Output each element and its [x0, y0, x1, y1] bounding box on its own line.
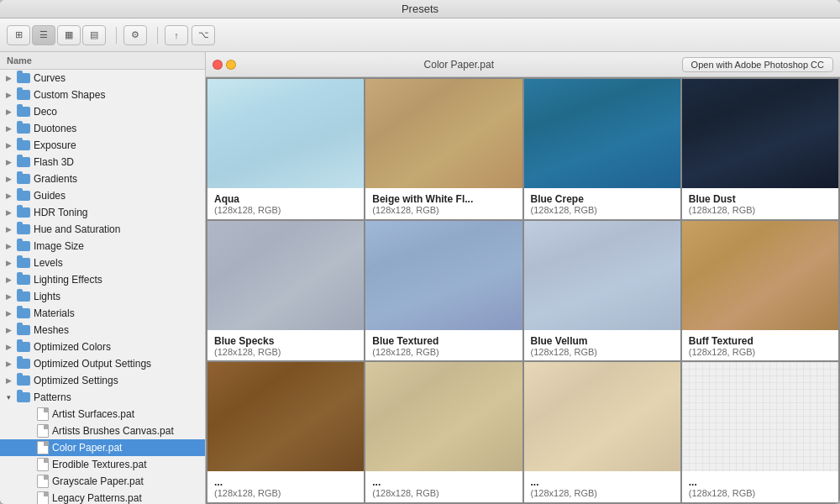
pattern-thumb — [682, 362, 838, 471]
folder-icon — [17, 325, 30, 335]
toolbar: ⊞ ☰ ▦ ▤ ⚙ ↑ ⌥ — [0, 18, 840, 52]
folder-icon — [17, 342, 30, 352]
sidebar-item-custom-shapes[interactable]: ▶Custom Shapes — [0, 87, 205, 103]
pattern-thumb — [207, 221, 364, 330]
sidebar-item-color-paper[interactable]: Color Paper.pat — [0, 439, 205, 456]
arrow-icon: ▶ — [3, 140, 13, 150]
cover-flow-btn[interactable]: ▤ — [82, 25, 106, 45]
pattern-name: Aqua — [214, 193, 357, 205]
pattern-name: ... — [531, 476, 674, 488]
sidebar-item-hue-saturation[interactable]: ▶Hue and Saturation — [0, 221, 205, 238]
tag-btn[interactable]: ⌥ — [192, 25, 215, 45]
sidebar-item-label: Flash 3D — [34, 156, 74, 168]
sidebar-item-label: Patterns — [34, 391, 71, 403]
sidebar-item-lights[interactable]: ▶Lights — [0, 288, 205, 305]
pattern-thumb — [524, 79, 680, 188]
sidebar-item-label: Hue and Saturation — [34, 223, 120, 235]
folder-icon — [17, 392, 30, 402]
pattern-item-row3-3[interactable]: ...(128x128, RGB) — [524, 362, 680, 502]
sidebar-item-gradients[interactable]: ▶Gradients — [0, 171, 205, 187]
sidebar-item-meshes[interactable]: ▶Meshes — [0, 322, 205, 339]
arrange-btn[interactable]: ⚙ — [123, 25, 147, 45]
arrow-icon — [24, 476, 34, 486]
pattern-item-blue-textured[interactable]: Blue Textured(128x128, RGB) — [365, 221, 522, 361]
pattern-item-blue-vellum[interactable]: Blue Vellum(128x128, RGB) — [524, 221, 680, 361]
folder-icon — [17, 174, 30, 184]
arrow-icon: ▶ — [3, 123, 13, 134]
sidebar-item-levels[interactable]: ▶Levels — [0, 255, 205, 271]
arrow-icon: ▶ — [3, 308, 13, 318]
sidebar-item-label: Optimized Output Settings — [34, 358, 151, 370]
sidebar-item-image-size[interactable]: ▶Image Size — [0, 238, 205, 255]
sidebar-item-artist-surfaces[interactable]: Artist Surfaces.pat — [0, 406, 205, 423]
sidebar-item-label: Exposure — [34, 139, 76, 151]
sidebar-item-lighting-effects[interactable]: ▶Lighting Effects — [0, 271, 205, 288]
icon-view-btn[interactable]: ⊞ — [7, 25, 30, 45]
main-area: Name ▶Curves▶Custom Shapes▶Deco▶Duotones… — [0, 52, 840, 504]
sidebar-item-label: HDR Toning — [34, 207, 87, 218]
pattern-grid: Aqua(128x128, RGB)Beige with White Fl...… — [206, 77, 840, 504]
pattern-item-beige-white-fl[interactable]: Beige with White Fl...(128x128, RGB) — [365, 79, 522, 219]
sidebar-item-duotones[interactable]: ▶Duotones — [0, 120, 205, 137]
pattern-thumb — [207, 362, 364, 471]
pattern-item-blue-dust[interactable]: Blue Dust(128x128, RGB) — [682, 79, 838, 219]
folder-icon — [17, 207, 30, 218]
sidebar-item-guides[interactable]: ▶Guides — [0, 187, 205, 204]
arrow-icon: ▶ — [3, 224, 13, 234]
sidebar-item-label: Custom Shapes — [34, 89, 105, 101]
pattern-thumb — [682, 79, 838, 188]
sidebar-item-grayscale-paper[interactable]: Grayscale Paper.pat — [0, 473, 205, 490]
sidebar-item-hdr-toning[interactable]: ▶HDR Toning — [0, 204, 205, 221]
list-view-btn[interactable]: ☰ — [32, 25, 55, 45]
pattern-meta: (128x128, RGB) — [531, 205, 674, 215]
sidebar-item-optimized-colors[interactable]: ▶Optimized Colors — [0, 339, 205, 355]
open-with-btn[interactable]: Open with Adobe Photoshop CC — [682, 57, 833, 72]
pattern-item-blue-crepe[interactable]: Blue Crepe(128x128, RGB) — [524, 79, 680, 219]
sidebar-item-legacy-patterns[interactable]: Legacy Patterns.pat — [0, 490, 205, 504]
sidebar-item-label: Duotones — [34, 123, 76, 134]
pattern-thumb — [207, 79, 364, 188]
preview-window-controls — [213, 60, 236, 70]
sidebar-items-list: ▶Curves▶Custom Shapes▶Deco▶Duotones▶Expo… — [0, 70, 205, 504]
content-panel: Color Paper.pat Open with Adobe Photosho… — [206, 52, 840, 504]
sidebar-item-label: Legacy Patterns.pat — [52, 492, 142, 504]
arrow-icon: ▾ — [3, 392, 13, 402]
sidebar-item-label: Guides — [34, 190, 66, 202]
preview-close-btn[interactable] — [213, 60, 223, 70]
pattern-item-row3-2[interactable]: ...(128x128, RGB) — [365, 362, 522, 502]
sidebar-item-materials[interactable]: ▶Materials — [0, 305, 205, 322]
pattern-item-buff-textured[interactable]: Buff Textured(128x128, RGB) — [682, 221, 838, 361]
arrange-group: ⚙ — [123, 25, 147, 45]
pattern-item-blue-specks[interactable]: Blue Specks(128x128, RGB) — [207, 221, 364, 361]
window-title: Presets — [402, 3, 438, 15]
sidebar-item-patterns[interactable]: ▾Patterns — [0, 389, 205, 406]
share-btn[interactable]: ↑ — [165, 25, 188, 45]
pattern-name: Beige with White Fl... — [372, 193, 515, 205]
folder-icon — [17, 224, 30, 234]
arrow-icon: ▶ — [3, 90, 13, 100]
sidebar-item-optimized-settings[interactable]: ▶Optimized Settings — [0, 372, 205, 389]
preview-minimize-btn[interactable] — [226, 60, 236, 70]
columns-view-btn[interactable]: ▦ — [57, 25, 81, 45]
sidebar-item-label: Grayscale Paper.pat — [52, 475, 144, 487]
sidebar-item-flash-3d[interactable]: ▶Flash 3D — [0, 154, 205, 171]
toolbar-sep-2 — [157, 27, 158, 44]
pattern-item-row3-1[interactable]: ...(128x128, RGB) — [207, 362, 364, 502]
pattern-item-row3-4[interactable]: ...(128x128, RGB) — [682, 362, 838, 502]
pattern-item-aqua[interactable]: Aqua(128x128, RGB) — [207, 79, 364, 219]
sidebar-item-artists-brushes[interactable]: Artists Brushes Canvas.pat — [0, 423, 205, 439]
sidebar-item-optimized-output[interactable]: ▶Optimized Output Settings — [0, 355, 205, 372]
sidebar-item-label: Materials — [34, 307, 75, 319]
pattern-name: Blue Textured — [372, 335, 515, 347]
folder-icon — [17, 258, 30, 268]
sidebar-item-erodible-textures[interactable]: Erodible Textures.pat — [0, 456, 205, 473]
folder-icon — [17, 123, 30, 134]
arrow-icon: ▶ — [3, 174, 13, 184]
sidebar-item-label: Lighting Effects — [34, 274, 102, 286]
pattern-meta: (128x128, RGB) — [689, 205, 832, 215]
folder-icon — [17, 73, 30, 83]
sidebar-item-deco[interactable]: ▶Deco — [0, 103, 205, 120]
sidebar-item-exposure[interactable]: ▶Exposure — [0, 137, 205, 154]
arrow-icon: ▶ — [3, 157, 13, 167]
sidebar-item-curves[interactable]: ▶Curves — [0, 70, 205, 87]
